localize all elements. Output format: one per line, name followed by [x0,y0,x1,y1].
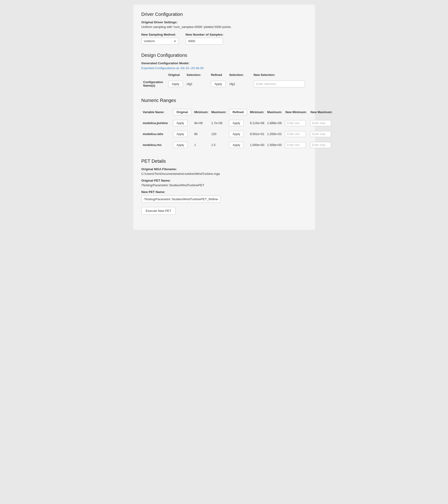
apply-original-cell: Apply [166,78,185,90]
num-samples-group: New Number of Samples: [186,33,224,44]
numeric-table: Variable Name: Original Minimum: Maximum… [141,107,335,150]
th-spacer [203,72,209,78]
original-pet-name-label: Original PET Name: [141,179,307,182]
var-name-2: modelica.rho [141,140,172,150]
driver-configuration-section: Driver Configuration Original Driver Set… [141,12,307,44]
max1-2: 1.5 [210,140,228,150]
mga-filename-label: Original MGA Filename: [141,167,307,171]
max1-0: 1.7e+08 [210,118,228,128]
apply-refined-button-2[interactable]: Apply [229,142,244,148]
max2-1: 1.200e+02 [266,128,283,140]
apply-refined-0: Apply [228,118,249,128]
new-max-input-2[interactable] [310,142,331,148]
new-pet-name-input[interactable] [141,196,221,203]
numeric-ranges-section: Numeric Ranges Variable Name: Original M… [141,98,307,150]
max2-2: 1.500e+00 [266,140,283,150]
th-max2: Maximum: [266,107,283,118]
new-min-cell-1 [283,128,309,140]
min1-1: 80 [193,128,210,140]
driver-section-title: Driver Configuration [141,12,307,17]
new-max-input-0[interactable] [310,120,331,126]
apply-orig-button-0[interactable]: Apply [173,120,188,126]
th-max1: Maximum: [210,107,228,118]
sampling-method-group: New Sampling Method: Uniform LHS Random … [141,33,179,44]
new-max-cell-2 [309,140,335,150]
numeric-row: modelica.ratio Apply 80 120 Apply 8.001e… [141,128,335,140]
numeric-row: modelica.jturbine Apply 9e+06 1.7e+08 Ap… [141,118,335,128]
selection-1-value: cfg1 [185,78,203,90]
mga-filename-value: C:\Users\Tim\Documents\wind-turbine\Wind… [141,172,307,176]
original-driver-desc: Uniform sampling with 'num_samples=5000'… [141,25,307,29]
new-pet-name-label: New PET Name: [141,190,307,194]
th-new-selection: New Selection: [252,72,307,78]
original-pet-name-value: /Testing/Parametric Studies/WindTurbineP… [141,183,307,187]
th-refined-btn: Refined [228,107,249,118]
config-name-label: Configuration Name(s) [141,78,167,90]
selection-2-value: cfg1 [227,78,245,90]
apply-refined-button-0[interactable]: Apply [229,120,244,126]
apply-original-button[interactable]: Apply [168,81,183,87]
num-samples-label: New Number of Samples: [186,33,224,36]
th-original: Original [166,72,185,78]
execute-pet-button[interactable]: Execute New PET [141,207,176,215]
new-min-input-0[interactable] [285,120,306,126]
apply-refined-2: Apply [228,140,249,150]
th-orig-btn: Original [172,107,193,118]
th-var-name: Variable Name: [141,107,172,118]
main-container: Driver Configuration Original Driver Set… [133,5,315,230]
min1-0: 9e+06 [193,118,210,128]
var-name-0: modelica.jturbine [141,118,172,128]
numeric-row: modelica.rho Apply 1 1.5 Apply 1.000e+00… [141,140,335,150]
config-model-link[interactable]: Exported-Configurations-at--04-15--20-46… [141,66,204,70]
th-min2: Minimum: [249,107,266,118]
th-selection-2: Selection: [227,72,245,78]
design-section-title: Design Configurations [141,53,307,58]
numeric-section-title: Numeric Ranges [141,98,307,103]
new-min-input-1[interactable] [285,131,306,137]
generated-config-label: Generated Configuration Model: [141,61,307,65]
apply-orig-2: Apply [172,140,193,150]
th-min1: Minimum: [193,107,210,118]
apply-refined-cell: Apply [209,78,227,90]
driver-form-row: New Sampling Method: Uniform LHS Random … [141,33,307,44]
th-new-min: New Minimum: [283,107,309,118]
apply-refined-1: Apply [228,128,249,140]
th-empty [141,72,167,78]
apply-refined-button[interactable]: Apply [211,81,225,87]
max1-1: 120 [210,128,228,140]
execute-button-wrapper: Execute New PET [141,203,307,215]
new-min-cell-0 [283,118,309,128]
min2-2: 1.000e+00 [249,140,266,150]
original-driver-label: Original Driver Settings: [141,20,307,24]
num-samples-input[interactable] [186,38,223,44]
design-configurations-section: Design Configurations Generated Configur… [141,53,307,90]
sampling-method-select-wrapper: Uniform LHS Random ▼ [141,38,179,44]
max2-0: 1.689e+08 [266,118,283,128]
min2-1: 8.001e+01 [249,128,266,140]
new-max-input-1[interactable] [310,131,331,137]
pet-section-title: PET Details [141,159,307,164]
new-max-cell-0 [309,118,335,128]
new-selection-cell [252,78,307,90]
apply-orig-button-2[interactable]: Apply [173,142,188,148]
config-table: Original Selection: Refined Selection: N… [141,72,307,90]
new-selection-input[interactable] [254,81,305,87]
sampling-method-label: New Sampling Method: [141,33,179,36]
min2-0: 9.115e+06 [249,118,266,128]
refined-range-button[interactable]: Refined [229,109,247,115]
sampling-method-select[interactable]: Uniform LHS Random [141,38,179,44]
apply-orig-button-1[interactable]: Apply [173,131,188,137]
pet-details-section: PET Details Original MGA Filename: C:\Us… [141,159,307,215]
th-refined: Refined [209,72,227,78]
th-selection-1: Selection: [185,72,203,78]
new-max-cell-1 [309,128,335,140]
apply-orig-0: Apply [172,118,193,128]
new-min-cell-2 [283,140,309,150]
new-min-input-2[interactable] [285,142,306,148]
config-row: Configuration Name(s) Apply cfg1 Apply c… [141,78,307,90]
min1-2: 1 [193,140,210,150]
original-range-button[interactable]: Original [173,109,191,115]
apply-orig-1: Apply [172,128,193,140]
th-new-max: New Maximum: [309,107,335,118]
apply-refined-button-1[interactable]: Apply [229,131,244,137]
